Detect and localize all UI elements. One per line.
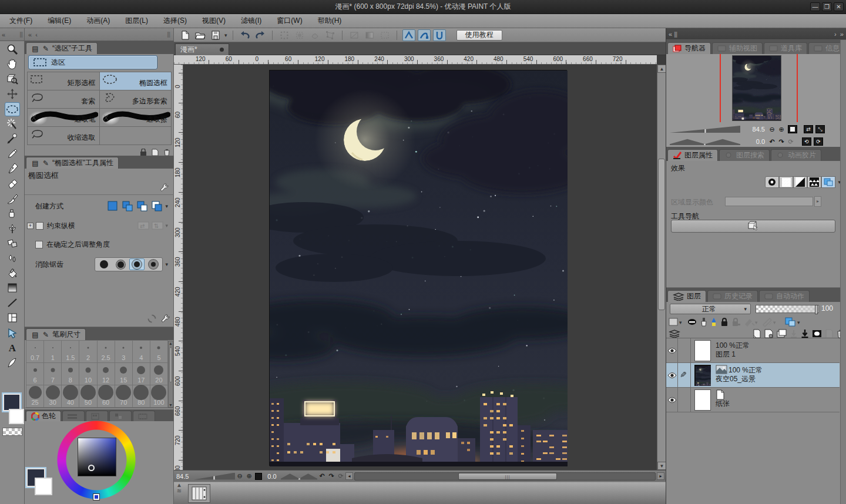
apply-mask-icon[interactable] (825, 329, 834, 338)
rotate-slider[interactable] (281, 473, 317, 480)
close-button[interactable]: ✕ (834, 2, 844, 11)
adjust-angle-checkbox[interactable] (35, 241, 43, 248)
zoom-out-icon[interactable]: ⊖ (235, 472, 244, 481)
menu-item-1[interactable]: 编辑(E) (48, 16, 71, 26)
menu-item-4[interactable]: 选择(S) (163, 16, 187, 26)
fit-screen-icon[interactable] (254, 472, 263, 481)
brush-size-1[interactable]: 1 (44, 341, 62, 363)
lock-transparent-icon[interactable] (731, 317, 741, 327)
blend-disabled-icon[interactable] (308, 29, 321, 41)
brush-size-8[interactable]: 8 (62, 363, 79, 385)
pattern-icon[interactable] (807, 176, 821, 188)
brush-size-7[interactable]: 7 (44, 363, 62, 385)
brush-size-60[interactable]: 60 (98, 385, 115, 408)
brush-size-100[interactable]: 100 (150, 385, 168, 408)
nav-tab-导航器[interactable]: 导航器 (667, 42, 711, 54)
halftone-icon[interactable] (793, 176, 807, 188)
brush-size-40[interactable]: 40 (62, 385, 79, 408)
tool-ink-pen-icon[interactable] (5, 162, 20, 176)
tool-select-icon[interactable] (5, 102, 20, 116)
brush-size-0.7[interactable]: 0.7 (26, 341, 44, 363)
menu-item-5[interactable]: 视图(V) (202, 16, 226, 26)
reset-icon[interactable]: ⟳ (786, 137, 795, 146)
maximize-button[interactable]: ❐ (822, 2, 832, 11)
layer-row-纸张[interactable]: 纸张 (666, 388, 840, 412)
layer-thumbnail[interactable] (694, 389, 711, 411)
layer-visibility-cell[interactable] (666, 338, 678, 362)
rotate-left-icon[interactable]: ⟲ (802, 137, 811, 146)
brush-size-2[interactable]: 2 (79, 341, 97, 363)
brush-size-12[interactable]: 12 (98, 363, 115, 385)
rotate-right-icon[interactable]: ⟳ (814, 137, 823, 146)
screen-icon[interactable] (779, 176, 793, 188)
tab-subtool[interactable]: ▤ ✎ “选区”子工具 (26, 42, 98, 54)
scroll-up-arrow[interactable]: ▲ (657, 65, 666, 73)
brush-size-3[interactable]: 3 (115, 341, 133, 363)
subtool-矩形选框[interactable]: 矩形选框 (28, 72, 100, 90)
save-dropdown[interactable]: ▾ (224, 32, 227, 38)
fit-icon[interactable] (788, 125, 797, 133)
zoom-slider[interactable] (194, 473, 235, 480)
aa-none-button[interactable] (96, 258, 112, 270)
layers-tab-自动动作[interactable]: 自动动作 (759, 290, 810, 302)
pasteboard[interactable] (183, 65, 657, 470)
wrench-icon[interactable] (161, 314, 170, 323)
right-dock-scrollbar[interactable] (840, 40, 846, 504)
minimize-button[interactable]: — (810, 2, 820, 11)
select-move-icon[interactable] (293, 29, 306, 41)
collapse-up-icon[interactable]: ▲≋ (176, 482, 182, 494)
antialias-dropdown[interactable]: ▾ (165, 261, 168, 267)
area-color-input[interactable] (725, 197, 813, 206)
zoom-out-icon[interactable]: ⊖ (767, 125, 777, 134)
tab-color-slider[interactable] (62, 411, 85, 421)
new-folder-icon[interactable] (777, 329, 787, 338)
brush-size-scrollbar[interactable]: ▲ ▼ (168, 341, 173, 408)
zoom-in-icon[interactable]: ⊕ (244, 472, 254, 481)
tool-text-icon[interactable]: A (5, 341, 20, 355)
create-mode-dropdown[interactable]: ▾ (165, 203, 168, 209)
brush-size-5[interactable]: 5 (150, 341, 168, 363)
scroll-right-arrow[interactable]: ▸ (657, 472, 664, 480)
eye-icon[interactable] (667, 372, 677, 379)
snap-to-guide-icon[interactable] (433, 29, 446, 41)
expand-aspect-button[interactable]: + (27, 223, 33, 229)
palette-color-icon[interactable]: ▾ (669, 317, 684, 327)
aa-middle-button[interactable] (129, 258, 145, 270)
menu-item-7[interactable]: 窗口(W) (277, 16, 302, 26)
menu-item-8[interactable]: 帮助(H) (318, 16, 342, 26)
mode-intersect-button[interactable] (150, 200, 163, 212)
mode-new-button[interactable] (106, 200, 119, 212)
tool-balloon-icon[interactable] (5, 355, 20, 369)
subtool-选取笔[interactable]: 选取笔 (28, 109, 100, 126)
mode-subtract-button[interactable] (136, 200, 149, 212)
aa-strong-button[interactable] (146, 258, 161, 270)
reset-icon[interactable] (147, 314, 156, 323)
brush-size-30[interactable]: 30 (44, 385, 62, 408)
rotate-cw-icon[interactable]: ↷ (327, 472, 336, 481)
blend-mode-dropdown[interactable]: 正常 ▾ (670, 304, 751, 314)
scroll-handle[interactable]: ||| (458, 473, 557, 480)
brush-size-70[interactable]: 70 (115, 385, 133, 408)
tab-color-wheel[interactable]: 色轮 (26, 411, 61, 421)
tab-tool-property[interactable]: ▤ ✎ “椭圆选框”工具属性 (26, 157, 119, 169)
menu-item-0[interactable]: 文件(F) (9, 16, 32, 26)
nav-rotate-slider[interactable] (670, 138, 740, 145)
tool-brush-icon[interactable] (5, 191, 20, 206)
tool-pen-icon[interactable] (5, 147, 20, 161)
new-layer-settings-icon[interactable] (764, 329, 774, 338)
new-file-icon[interactable] (179, 29, 192, 41)
tool-zoom-icon[interactable] (5, 42, 20, 56)
enable-mask-icon[interactable]: ▾ (744, 317, 759, 327)
aspect-checkbox[interactable] (36, 222, 43, 230)
lp-tab-图层搜索[interactable]: 图层搜索 (719, 149, 770, 161)
layer-visibility-cell[interactable] (666, 388, 678, 412)
create-mask-icon[interactable] (812, 330, 822, 338)
page-manager-icon[interactable] (188, 484, 210, 503)
brush-size-4[interactable]: 4 (133, 341, 150, 363)
tutorial-button[interactable]: 使用教程 (456, 30, 502, 41)
eye-icon[interactable] (667, 397, 677, 404)
transform-disabled-icon[interactable] (324, 29, 337, 41)
layer-thumbnail[interactable] (694, 365, 711, 386)
tool-magic-wand-icon[interactable] (5, 117, 20, 131)
aa-weak-button[interactable] (113, 258, 128, 270)
